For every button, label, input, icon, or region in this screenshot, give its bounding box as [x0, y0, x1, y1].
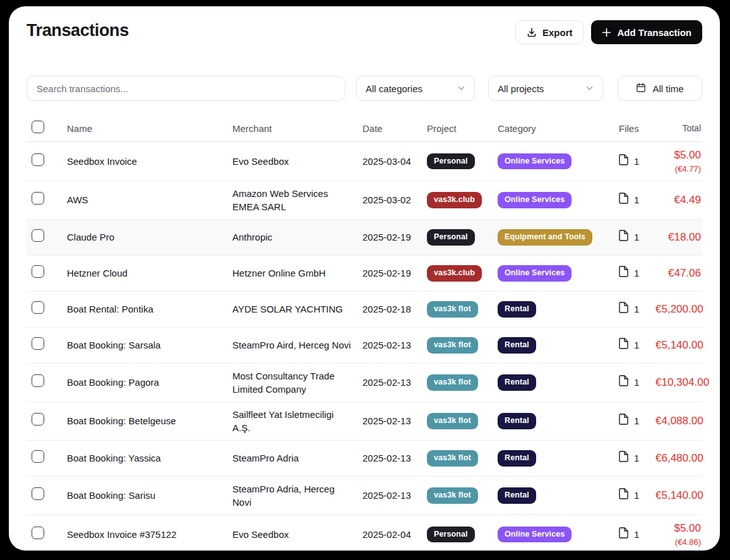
transaction-merchant: Evo Seedbox — [232, 522, 362, 547]
row-checkbox-cell — [27, 482, 67, 509]
transaction-merchant: Evo Seedbox — [232, 149, 362, 174]
project-cell: vas3k flot — [427, 444, 498, 472]
project-badge: Personal — [427, 229, 475, 246]
header-project[interactable]: Project — [427, 116, 498, 141]
categories-filter[interactable]: All categories — [356, 76, 475, 101]
header-category[interactable]: Category — [498, 116, 619, 141]
files-count: 1 — [634, 302, 639, 316]
category-cell: Rental — [498, 444, 619, 472]
files-cell: 1 — [619, 369, 655, 395]
select-all-checkbox[interactable] — [32, 121, 44, 133]
category-badge: Online Services — [498, 527, 571, 543]
row-checkbox-cell — [27, 331, 67, 359]
file-icon — [619, 451, 628, 465]
row-checkbox[interactable] — [32, 413, 44, 426]
transaction-date: 2025-02-13 — [362, 408, 427, 433]
export-button[interactable]: Export — [515, 20, 584, 44]
files-cell: 1 — [619, 521, 655, 547]
row-checkbox[interactable] — [32, 192, 44, 205]
project-badge: vas3k flot — [427, 413, 478, 429]
files-count: 1 — [634, 451, 639, 465]
transaction-date: 2025-02-19 — [362, 261, 427, 285]
category-cell: Rental — [498, 482, 619, 509]
table-row[interactable]: Boat Booking: YassicaSteamPro Adria2025-… — [27, 441, 702, 477]
file-icon — [619, 338, 628, 352]
transaction-total: €4,088.00 — [655, 408, 705, 434]
header-total[interactable]: Total — [655, 117, 702, 141]
transaction-merchant: Sailfleet Yat Isletmeciligi A.Ş. — [232, 402, 362, 440]
project-cell: vas3k.club — [427, 259, 498, 287]
category-cell: Equipment and Tools — [498, 223, 619, 251]
file-icon — [619, 488, 628, 503]
search-input[interactable] — [27, 76, 345, 100]
category-cell: Rental — [498, 369, 619, 396]
header-name[interactable]: Name — [67, 116, 232, 141]
row-checkbox[interactable] — [32, 337, 44, 350]
row-checkbox[interactable] — [32, 450, 44, 463]
total-amount: €4.49 — [655, 193, 701, 208]
table-row[interactable]: Claude ProAnthropic2025-02-19PersonalEqu… — [27, 220, 702, 256]
table-row[interactable]: Boat Rental: PontikaAYDE SOLAR YACHTING2… — [27, 292, 702, 328]
table-row[interactable]: Hetzner CloudHetzner Online GmbH2025-02-… — [27, 256, 702, 292]
total-amount: €10,304.00 — [655, 375, 709, 390]
files-cell: 1 — [619, 445, 655, 471]
table-body: Seedbox InvoiceEvo Seedbox2025-03-04Pers… — [27, 142, 702, 551]
transaction-total: €10,304.00 — [655, 369, 710, 396]
file-icon — [619, 193, 628, 207]
table-row[interactable]: Boat Booking: BetelgeuseSailfleet Yat Is… — [27, 402, 702, 441]
transaction-date: 2025-02-04 — [362, 522, 427, 547]
files-cell: 1 — [619, 187, 655, 213]
category-badge: Online Services — [498, 265, 571, 282]
row-checkbox-cell — [27, 369, 67, 396]
row-checkbox[interactable] — [32, 374, 44, 387]
transaction-total: €4.49 — [655, 187, 702, 213]
total-amount: €4,088.00 — [655, 414, 703, 429]
table-row[interactable]: Seedbox InvoiceEvo Seedbox2025-03-04Pers… — [27, 142, 702, 181]
add-transaction-button[interactable]: Add Transaction — [591, 20, 702, 44]
table-header-row: Name Merchant Date Project Category File… — [27, 115, 702, 142]
category-badge: Online Services — [498, 153, 571, 170]
row-checkbox[interactable] — [32, 229, 44, 242]
projects-filter[interactable]: All projects — [488, 76, 603, 101]
transaction-name: Claude Pro — [67, 225, 232, 249]
total-amount: €18.00 — [655, 230, 701, 245]
transaction-total: €5,200.00 — [655, 296, 705, 323]
transaction-name: Seedbox Invoice — [67, 149, 232, 174]
project-badge: vas3k flot — [427, 450, 478, 467]
transaction-name: Boat Rental: Pontika — [67, 297, 232, 321]
row-checkbox[interactable] — [32, 527, 44, 539]
files-count: 1 — [634, 338, 639, 352]
table-row[interactable]: AWSAmazon Web Services EMEA SARL2025-03-… — [27, 181, 702, 220]
row-checkbox[interactable] — [32, 153, 44, 166]
files-cell: 1 — [619, 260, 655, 286]
transaction-total: €5,140.00 — [655, 482, 705, 509]
header-merchant[interactable]: Merchant — [232, 116, 362, 141]
transaction-date: 2025-02-13 — [362, 483, 427, 508]
files-count: 1 — [634, 230, 639, 244]
topbar: Transactions Export Add Transaction — [18, 15, 711, 44]
table-row[interactable]: Boat Booking: PagoraMost Consultancy Tra… — [27, 364, 702, 402]
table-row[interactable]: Boat Booking: SarisuSteamPro Adria, Herc… — [27, 477, 702, 515]
transaction-date: 2025-03-04 — [362, 149, 427, 174]
category-cell: Rental — [498, 407, 619, 435]
search-box — [27, 76, 345, 101]
time-range-filter[interactable]: All time — [618, 76, 702, 101]
header-files[interactable]: Files — [619, 116, 655, 141]
category-cell: Online Services — [498, 259, 619, 287]
transactions-table: Name Merchant Date Project Category File… — [27, 115, 702, 551]
row-checkbox[interactable] — [32, 487, 44, 500]
header-date[interactable]: Date — [362, 116, 427, 141]
category-cell: Online Services — [498, 521, 619, 549]
table-row[interactable]: Boat Booking: SarsalaSteamPro Aird, Herc… — [27, 328, 702, 364]
row-checkbox[interactable] — [32, 301, 44, 314]
row-checkbox[interactable] — [32, 265, 44, 278]
transaction-name: Boat Booking: Sarisu — [67, 483, 232, 508]
row-checkbox-cell — [27, 521, 67, 548]
project-cell: Personal — [427, 148, 498, 176]
total-amount: €5,140.00 — [655, 338, 703, 353]
table-row[interactable]: Seedbox Invoice #375122Evo Seedbox2025-0… — [27, 515, 702, 551]
total-amount: $5.00 — [655, 521, 701, 536]
category-badge: Rental — [498, 301, 536, 318]
transaction-date: 2025-02-13 — [362, 333, 427, 357]
file-icon — [619, 154, 628, 169]
